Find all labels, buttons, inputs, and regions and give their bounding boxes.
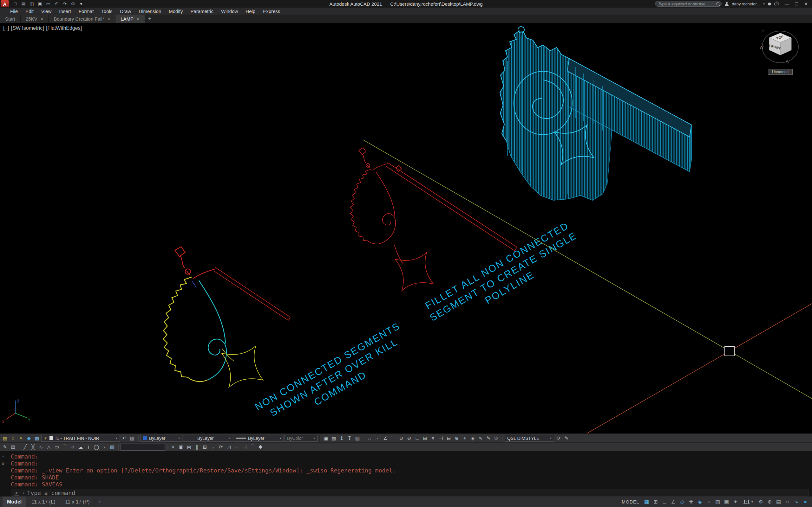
minimize-icon[interactable]: — [782,0,792,8]
ortho-mode-icon[interactable]: ∟ [660,498,669,506]
menu-item-file[interactable]: File [6,9,21,14]
menu-item-draw[interactable]: Draw [116,9,135,14]
viewcube-home-icon[interactable]: ⌂ [762,29,764,33]
named-view-button[interactable]: Unnamed [768,69,793,75]
quick-dim-icon[interactable]: ⊞ [421,435,429,442]
center-mark-icon[interactable]: ⌖ [461,435,468,442]
viewport-menu-control[interactable]: [−] [3,25,9,31]
dim-inspect-icon[interactable]: ◈ [469,435,476,442]
layout-tab-11x17-p[interactable]: 11 x 17 (P) [61,497,95,507]
viewcube-canvas[interactable]: ⌂ TOP FRONT W S [759,27,801,67]
search-input[interactable] [658,2,714,6]
dim-update-icon[interactable]: ⟳ [493,435,500,442]
color-dropdown[interactable]: ByLayer ▾ [141,435,183,442]
layer-lock-icon[interactable]: ◆ [25,435,33,442]
move-icon[interactable]: ↔ [209,443,217,451]
quick-properties-icon[interactable]: ▤ [774,498,783,506]
menu-item-view[interactable]: View [38,9,55,14]
viewcube-west-label[interactable]: W [760,45,764,50]
ellipse-icon[interactable]: ◯ [93,443,100,451]
close-tab-icon[interactable]: × [107,16,110,21]
lineweight-display-icon[interactable]: ≡ [705,498,713,506]
save-icon[interactable]: ◫ [28,1,36,7]
user-menu-caret-icon[interactable]: ▾ [763,2,765,6]
selection-cycling-icon[interactable]: ▣ [722,498,731,506]
dim-jogged-icon[interactable]: ∿ [477,435,484,442]
dim-aligned-icon[interactable]: ⋰ [374,435,381,442]
circle-icon[interactable]: ○ [69,443,77,451]
linetype-dropdown[interactable]: ByLayer ▾ [183,435,233,442]
close-tab-icon[interactable]: × [137,16,140,21]
match-properties-icon[interactable]: ✎ [1,443,9,451]
dropdown-caret-icon[interactable]: ▾ [116,436,117,440]
erase-icon[interactable]: × [169,443,177,451]
command-customize-icon[interactable]: ⚙ [2,461,4,466]
annotation-scale-control[interactable]: 1:1 ▾ [740,499,756,504]
menu-item-format[interactable]: Format [75,9,98,14]
dim-ordinate-icon[interactable]: ∟ [413,435,421,442]
dimstyle-dropdown[interactable]: QSL DIMSTYLE ▾ [505,435,554,442]
file-tab-25kv[interactable]: 25KV × [20,14,49,23]
command-input-placeholder[interactable]: Type a command [27,490,75,496]
polygon-icon[interactable]: △ [45,443,53,451]
dim-edit-icon[interactable]: ✎ [485,435,492,442]
workspace-gear-icon[interactable]: ⚙ [69,1,77,7]
undo-icon[interactable]: ↶ [53,1,60,7]
dimstyle-update-icon[interactable]: ⟳ [555,435,562,442]
menu-item-modify[interactable]: Modify [165,9,187,14]
clean-screen-icon[interactable]: ■ [801,498,809,506]
layer-freeze-icon[interactable]: ☀ [17,435,25,442]
dim-linear-icon[interactable]: ↔ [366,435,373,442]
close-tab-icon[interactable]: × [40,16,43,21]
viewcube[interactable]: ⌂ TOP FRONT W S Unnamed [758,27,803,75]
extend-icon[interactable]: ⊣ [241,443,248,451]
array-icon[interactable]: ⊞ [201,443,209,451]
maximize-icon[interactable] [792,0,801,8]
close-icon[interactable]: ✕ [801,0,811,8]
command-input[interactable]: > ▾ Type a command [11,489,809,497]
annotation-monitor-icon[interactable]: ⊕ [765,498,774,506]
menu-item-edit[interactable]: Edit [21,9,38,14]
dim-continue-icon[interactable]: ⊣ [437,435,445,442]
view-control[interactable]: [SW Isometric] [11,25,44,31]
dropdown-caret-icon[interactable]: ▾ [550,436,552,440]
point-icon[interactable]: ∙ [101,443,108,451]
spline-icon[interactable]: ≀ [85,443,92,451]
dim-arc-length-icon[interactable]: ⌒ [390,435,397,442]
graphics-performance-icon[interactable]: ∿ [792,498,801,506]
help-icon[interactable]: ? [774,2,779,6]
polar-tracking-icon[interactable]: ∠ [669,498,677,506]
new-layout-button[interactable]: + [95,499,105,505]
bring-above-icon[interactable]: ↥ [338,435,345,442]
signed-in-user[interactable]: dany.rochefor... [732,2,760,6]
dim-break-icon[interactable]: ⊟ [445,435,453,442]
dropdown-caret-icon[interactable]: ▾ [280,436,281,440]
menu-item-tools[interactable]: Tools [97,9,116,14]
properties-palette-icon[interactable]: ▤ [9,443,17,451]
menu-item-window[interactable]: Window [217,9,242,14]
help-search[interactable] [655,1,722,7]
model-space-label[interactable]: MODEL [622,499,639,504]
save-as-icon[interactable]: ▣ [36,1,44,7]
redo-icon[interactable]: ↷ [61,1,68,7]
new-drawing-icon[interactable]: □ [11,1,19,7]
layer-properties-icon[interactable]: ▤ [1,435,9,442]
open-drawing-icon[interactable]: ▤ [20,1,27,7]
explode-icon[interactable]: ✱ [257,443,264,451]
rectangle-icon[interactable]: ▭ [53,443,61,451]
rotate-icon[interactable]: ⟳ [217,443,224,451]
layer-states-manager-icon[interactable]: ▥ [129,435,136,442]
trim-icon[interactable]: ⊢ [233,443,241,451]
menu-item-express[interactable]: Express [259,9,284,14]
plot-icon[interactable]: ▭ [44,1,52,7]
isometric-drafting-icon[interactable]: ◇ [678,498,687,506]
new-tab-button[interactable]: + [145,14,154,23]
dim-radius-icon[interactable]: ⊙ [397,435,405,442]
isolate-objects-icon[interactable]: ○ [783,498,792,506]
dim-baseline-icon[interactable]: ≡ [429,435,437,442]
layer-state-icon[interactable]: ▦ [33,435,41,442]
dim-angular-icon[interactable]: ∠ [382,435,389,442]
layer-off-icon[interactable]: ○ [9,435,17,442]
layout-tab-model[interactable]: Model [3,497,26,507]
viewcube-south-label[interactable]: S [786,60,789,64]
